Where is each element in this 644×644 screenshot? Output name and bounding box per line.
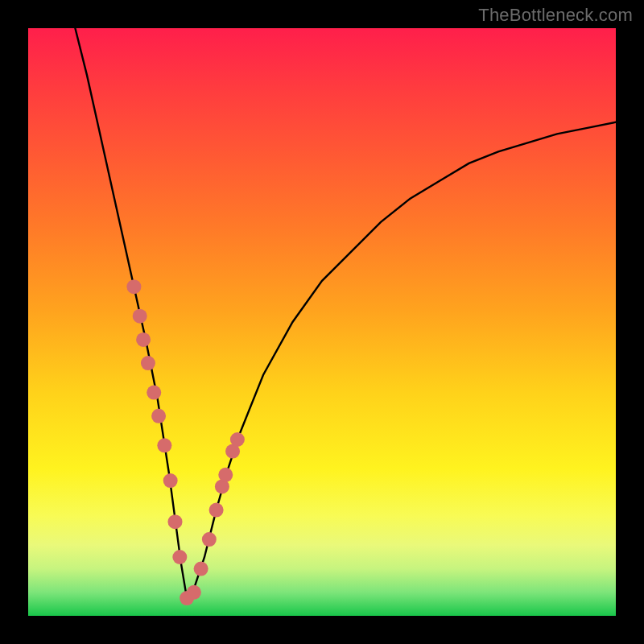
highlight-dot	[141, 356, 155, 370]
highlight-dot	[202, 532, 217, 547]
highlight-dot	[194, 562, 208, 576]
highlight-dot	[151, 409, 166, 423]
highlight-dots-group	[126, 279, 244, 605]
highlight-dot	[147, 386, 161, 400]
curve-layer	[28, 28, 616, 616]
highlight-dot	[126, 279, 141, 294]
highlight-dot	[218, 468, 233, 482]
chart-frame: TheBottleneck.com	[0, 0, 644, 644]
highlight-dot	[230, 432, 245, 447]
highlight-dot	[136, 332, 151, 347]
highlight-dot	[168, 514, 183, 529]
highlight-dot	[157, 438, 171, 452]
highlight-dot	[172, 550, 187, 564]
plot-area	[28, 28, 616, 616]
watermark-text: TheBottleneck.com	[478, 5, 633, 26]
highlight-dot	[133, 309, 147, 324]
bottleneck-curve	[75, 28, 616, 598]
highlight-dot	[163, 473, 178, 488]
highlight-dot	[187, 585, 201, 600]
highlight-dot	[209, 503, 224, 518]
